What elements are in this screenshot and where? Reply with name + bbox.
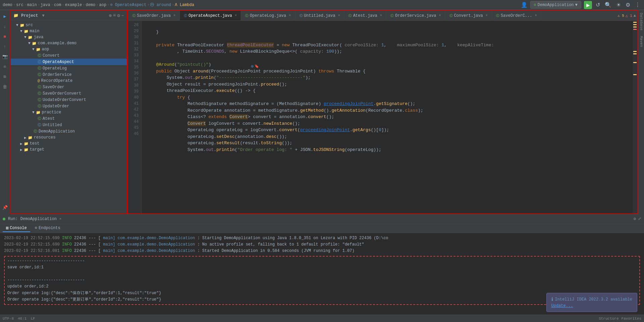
tree-label-target: target bbox=[30, 147, 44, 152]
log-pid-1: 22436 --- [ bbox=[74, 236, 101, 240]
more-button[interactable]: ⋮ bbox=[634, 1, 641, 9]
tab-orderservice[interactable]: Ⓒ OrderService.java × bbox=[386, 11, 445, 21]
tree-item-main[interactable]: ▼ 📁 main bbox=[11, 28, 127, 34]
expand-icon-target: ▶ bbox=[20, 148, 22, 152]
locate-icon[interactable]: ⊕ bbox=[109, 13, 111, 18]
status-structure[interactable]: Structure bbox=[599, 317, 618, 321]
database-tab[interactable]: Database bbox=[639, 10, 644, 33]
tool-list[interactable]: ≡ bbox=[1, 63, 9, 70]
scroll-up-icon[interactable]: ▲ bbox=[634, 13, 636, 18]
tool-down[interactable]: ↓ bbox=[1, 23, 9, 30]
run-app-label[interactable]: DemoApplication bbox=[20, 217, 57, 221]
tab-close-convert[interactable]: × bbox=[486, 14, 488, 17]
tool-pin[interactable]: 📌 bbox=[1, 204, 9, 211]
tree-item-convert[interactable]: Ⓒ Convert bbox=[11, 52, 127, 59]
tool-run[interactable]: ▶ bbox=[1, 13, 9, 20]
breadcrumb-demo[interactable]: demo bbox=[3, 3, 12, 7]
breadcrumb-com[interactable]: com bbox=[54, 3, 61, 7]
tab-close-operatelog[interactable]: × bbox=[289, 14, 291, 17]
tree-item-resources[interactable]: ▶ 📁 resources bbox=[11, 135, 127, 141]
tab-close-orderservice[interactable]: × bbox=[439, 14, 441, 17]
tab-console[interactable]: ▤ Console bbox=[3, 224, 30, 232]
tab-close-operateaspect[interactable]: × bbox=[235, 14, 237, 17]
tree-item-aop[interactable]: ▼ 📁 aop bbox=[11, 46, 127, 52]
tab-untitled[interactable]: Ⓒ Untitled.java × bbox=[295, 11, 345, 21]
breadcrumb-around[interactable]: ⓜ around bbox=[150, 2, 171, 8]
tree-item-recordoperate[interactable]: @ RecordOperate bbox=[11, 78, 127, 84]
tree-item-com-example-demo[interactable]: ▼ 📁 com.example.demo bbox=[11, 40, 127, 46]
theme-button[interactable]: ☀ bbox=[615, 1, 622, 9]
minimize-icon[interactable]: – bbox=[121, 13, 124, 18]
tree-item-operateaspect[interactable]: Ⓒ OperateAspect bbox=[11, 59, 127, 65]
breadcrumb-java[interactable]: java bbox=[41, 3, 50, 7]
tab-icon-operateaspect: Ⓒ bbox=[184, 13, 187, 18]
tree-item-untitled[interactable]: Ⓒ Untitled bbox=[11, 122, 127, 128]
tab-endpoints[interactable]: ⊙ Endpoints bbox=[32, 224, 64, 232]
run-config-button[interactable]: ⊙ DemoApplication ▼ bbox=[530, 1, 581, 9]
status-favorites[interactable]: Favorites bbox=[622, 317, 641, 321]
tool-camera[interactable]: 📷 bbox=[1, 53, 9, 60]
tab-saveorderc[interactable]: Ⓒ SaveOrderC... × bbox=[492, 11, 541, 21]
breadcrumb-lambda[interactable]: Λ Lambda bbox=[175, 3, 194, 7]
tree-item-java[interactable]: ▼ 📁 java bbox=[11, 34, 127, 40]
tree-item-updateorder[interactable]: Ⓒ UpdateOrder bbox=[11, 103, 127, 109]
settings-icon[interactable]: ⚙ bbox=[117, 13, 120, 18]
search-button[interactable]: 🔍 bbox=[604, 1, 612, 9]
tree-item-saveorder[interactable]: Ⓒ SaveOrder bbox=[11, 84, 127, 90]
refresh-button[interactable]: ↺ bbox=[595, 1, 601, 9]
breadcrumb-sep-5: › bbox=[62, 3, 64, 7]
settings-gear-icon[interactable]: ⚙ bbox=[634, 216, 636, 221]
run-gutter-icon[interactable]: ⊙ bbox=[251, 64, 254, 69]
tree-item-operatelog[interactable]: Ⓒ OperateLog bbox=[11, 65, 127, 71]
tool-delete[interactable]: 🗑 bbox=[1, 83, 9, 91]
tab-close-atest[interactable]: × bbox=[380, 14, 382, 17]
tab-atest[interactable]: Ⓒ Atest.java × bbox=[344, 11, 386, 21]
tree-item-orderservice[interactable]: Ⓒ OrderService bbox=[11, 71, 127, 78]
collapse-icon[interactable]: ≡ bbox=[113, 13, 116, 18]
tool-up[interactable]: ↑ bbox=[1, 43, 9, 50]
tab-icon-saveorder: Ⓒ bbox=[132, 13, 136, 18]
tree-item-demoapplication[interactable]: Ⓒ DemoApplication bbox=[11, 128, 127, 135]
update-link[interactable]: Update... bbox=[551, 304, 573, 308]
bookmark-icon[interactable]: 🔖 bbox=[254, 64, 259, 68]
expand-icon-resources: ▶ bbox=[24, 136, 27, 140]
tree-label-ced: com.example.demo bbox=[38, 41, 77, 46]
breadcrumb-aop[interactable]: aop bbox=[99, 3, 106, 7]
settings-button[interactable]: ⚙ bbox=[625, 1, 631, 9]
tab-close-untitled[interactable]: × bbox=[338, 14, 340, 17]
expand-console-icon[interactable]: ⤢ bbox=[638, 216, 641, 221]
user-icon[interactable]: 👤 bbox=[521, 2, 528, 8]
endpoints-label: Endpoints bbox=[39, 226, 60, 230]
spring-icon-demoapplication: Ⓒ bbox=[34, 129, 37, 134]
breadcrumb-src[interactable]: src bbox=[16, 3, 23, 7]
tab-convert[interactable]: Ⓒ Convert.java × bbox=[445, 11, 492, 21]
tree-label-convert: Convert bbox=[43, 53, 59, 58]
tree-item-saveorderconvert[interactable]: Ⓒ SaveOrderConvert bbox=[11, 90, 127, 97]
log-class-3: com.example.demo.DemoApplication bbox=[118, 249, 195, 253]
tree-item-atest[interactable]: Ⓒ Atest bbox=[11, 115, 127, 122]
breadcrumb-demo2[interactable]: demo bbox=[86, 3, 95, 7]
project-dropdown-icon[interactable]: ▼ bbox=[42, 13, 44, 18]
tab-close-saveorder[interactable]: × bbox=[174, 14, 176, 17]
log-class-2: com.example.demo.DemoApplication bbox=[118, 242, 195, 247]
tab-operatelog[interactable]: Ⓒ OperateLog.java × bbox=[241, 11, 295, 21]
breadcrumb-operateaspect[interactable]: ⊙ OperateAspect bbox=[110, 2, 146, 7]
tool-layout[interactable]: ⊞ bbox=[1, 73, 9, 80]
tab-operateaspect[interactable]: Ⓒ OperateAspect.java × bbox=[180, 11, 241, 21]
tab-close-saveorderc[interactable]: × bbox=[535, 14, 537, 17]
tree-item-uodateorderconvert[interactable]: Ⓒ UodateOrderConvert bbox=[11, 97, 127, 103]
tool-stop[interactable]: ■ bbox=[1, 33, 9, 40]
run-button[interactable]: ▶ bbox=[584, 1, 592, 9]
tree-item-src[interactable]: ▼ 📁 src bbox=[11, 22, 127, 28]
breadcrumb-example[interactable]: example bbox=[65, 3, 82, 7]
warning-mark-2 bbox=[633, 24, 637, 25]
breadcrumb-main[interactable]: main bbox=[27, 3, 37, 7]
tab-saveorder[interactable]: Ⓒ SaveOrder.java × bbox=[128, 11, 180, 21]
tree-item-test[interactable]: ▶ 📁 test bbox=[11, 141, 127, 147]
tree-item-practice[interactable]: ▼ 📁 practice bbox=[11, 109, 127, 115]
maven-tab[interactable]: Maven bbox=[639, 33, 644, 50]
tree-item-target[interactable]: ▶ 📁 target bbox=[11, 147, 127, 153]
tree-label-recordoperate: RecordOperate bbox=[41, 78, 73, 83]
code-content[interactable]: } private ThreadPoolExecutor threadPoolE… bbox=[142, 21, 637, 213]
run-close-icon[interactable]: × bbox=[59, 217, 62, 221]
